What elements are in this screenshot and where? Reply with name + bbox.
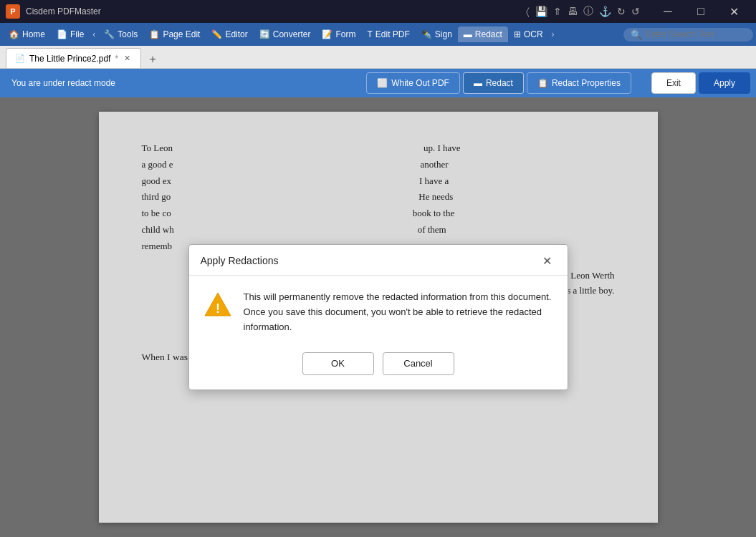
apply-button[interactable]: Apply — [699, 72, 750, 94]
app-icon: P — [6, 4, 20, 19]
share-icon[interactable]: ⇑ — [553, 6, 562, 17]
tab-little-prince[interactable]: 📄 The Little Prince2.pdf * ✕ — [6, 48, 141, 68]
tab-close-button[interactable]: ✕ — [123, 52, 132, 64]
add-tab-button[interactable]: + — [144, 51, 161, 68]
redact-icon: ▬ — [464, 29, 472, 39]
menu-form[interactable]: 📝 Form — [316, 26, 361, 42]
dialog-title: Apply Redactions — [201, 255, 279, 266]
tab-modified-indicator: * — [115, 54, 118, 64]
dialog-ok-button[interactable]: OK — [302, 352, 374, 375]
file-icon: 📄 — [57, 29, 67, 39]
ocr-icon: ⊞ — [514, 29, 521, 39]
svg-text:!: ! — [216, 301, 220, 316]
app-title: Cisdem PDFMaster — [26, 6, 526, 16]
redact-button[interactable]: ▬ Redact — [463, 72, 524, 94]
form-icon: 📝 — [322, 29, 332, 39]
save-icon[interactable]: 💾 — [535, 6, 547, 17]
warning-icon-wrap: ! — [204, 290, 232, 319]
edit-pdf-icon: T — [367, 29, 372, 39]
redact-properties-button[interactable]: 📋 Redact Properties — [527, 72, 631, 94]
converter-icon: 🔄 — [259, 29, 270, 39]
help-icon[interactable]: ⓘ — [583, 5, 593, 18]
dialog-close-button[interactable]: ✕ — [539, 252, 556, 269]
maximize-button[interactable]: □ — [684, 0, 717, 23]
home-icon: 🏠 — [9, 29, 19, 39]
dialog-cancel-button[interactable]: Cancel — [383, 352, 454, 375]
redact-props-icon: 📋 — [537, 78, 548, 88]
editor-icon: ✏️ — [211, 29, 222, 39]
dialog-body: ! This will permanently remove the redac… — [189, 276, 568, 346]
mode-text: You are under redact mode — [6, 78, 363, 88]
redo-icon[interactable]: ↺ — [631, 6, 640, 17]
tools-icon: 🔧 — [104, 29, 115, 39]
dialog-message: This will permanently remove the redacte… — [244, 290, 553, 334]
tab-file-icon: 📄 — [15, 54, 25, 63]
minimize-button[interactable]: ─ — [651, 0, 684, 23]
search-input[interactable] — [646, 29, 746, 39]
menu-tools[interactable]: 🔧 Tools — [98, 26, 143, 42]
menu-back-btn[interactable]: ‹ — [90, 29, 98, 39]
menu-converter[interactable]: 🔄 Converter — [254, 26, 317, 42]
apply-redactions-dialog: Apply Redactions ✕ ! This will permanent… — [188, 244, 568, 390]
title-bar: P Cisdem PDFMaster 〈 💾 ⇑ 🖶 ⓘ ⚓ ↻ ↺ ─ □ ✕ — [0, 0, 756, 23]
menu-sign[interactable]: ✒️ Sign — [416, 26, 458, 42]
menu-more-btn[interactable]: › — [549, 29, 558, 39]
window-controls[interactable]: ─ □ ✕ — [651, 0, 750, 23]
search-icon: 🔍 — [631, 29, 642, 40]
menu-home[interactable]: 🏠 Home — [3, 26, 51, 42]
close-button[interactable]: ✕ — [717, 0, 750, 23]
page-edit-icon: 📋 — [149, 29, 160, 39]
dialog-buttons: OK Cancel — [189, 347, 568, 390]
history-icon[interactable]: ↻ — [617, 6, 626, 17]
warning-icon: ! — [204, 290, 232, 319]
menu-edit-pdf[interactable]: T Edit PDF — [361, 26, 415, 42]
main-content: To Leonup. I have a good eanother good e… — [0, 97, 756, 537]
bookmark-icon[interactable]: ⚓ — [599, 6, 611, 17]
dialog-overlay: Apply Redactions ✕ ! This will permanent… — [0, 97, 756, 537]
sign-icon: ✒️ — [421, 29, 432, 39]
exit-button[interactable]: Exit — [651, 72, 696, 94]
redact-btn-icon: ▬ — [474, 78, 482, 88]
dialog-title-bar: Apply Redactions ✕ — [189, 245, 568, 276]
print-icon[interactable]: 🖶 — [568, 6, 578, 17]
menu-file[interactable]: 📄 File — [51, 26, 90, 42]
menu-ocr[interactable]: ⊞ OCR — [508, 26, 549, 42]
menu-editor[interactable]: ✏️ Editor — [206, 26, 253, 42]
redact-toolbar: You are under redact mode ⬜ White Out PD… — [0, 69, 756, 97]
tab-label: The Little Prince2.pdf — [29, 54, 110, 64]
tab-bar: 📄 The Little Prince2.pdf * ✕ + — [0, 46, 756, 69]
white-out-button[interactable]: ⬜ White Out PDF — [366, 72, 460, 94]
menu-page-edit[interactable]: 📋 Page Edit — [143, 26, 206, 42]
menu-redact[interactable]: ▬ Redact — [458, 26, 508, 42]
menu-bar: 🏠 Home 📄 File ‹ 🔧 Tools 📋 Page Edit ✏️ E… — [0, 23, 756, 46]
nav-back-icon[interactable]: 〈 — [526, 6, 530, 18]
white-out-icon: ⬜ — [377, 78, 388, 88]
